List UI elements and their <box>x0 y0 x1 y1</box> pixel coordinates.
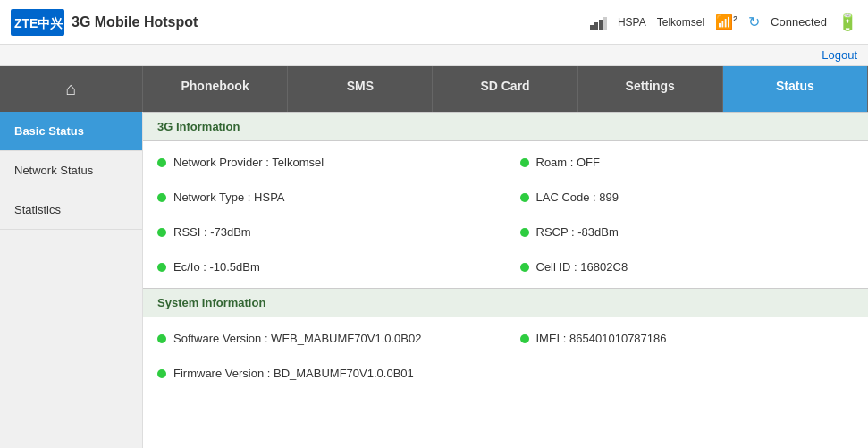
header-right: HSPA Telkomsel 📶2 ↻ Connected 🔋 <box>590 13 857 32</box>
nav-tabs: ⌂ Phonebook SMS SD Card Settings Status <box>0 66 868 112</box>
signal-area <box>590 15 607 30</box>
sidebar: Basic Status Network Status Statistics <box>0 112 143 448</box>
home-arrow-icon: ⌂ <box>65 79 76 99</box>
label-lac-code: LAC Code : 899 <box>536 190 619 204</box>
wifi-icon: 📶2 <box>715 13 737 30</box>
app-title: 3G Mobile Hotspot <box>72 14 198 30</box>
connected-status: Connected <box>771 15 827 29</box>
label-rscp: RSCP : -83dBm <box>536 225 619 239</box>
field-empty <box>506 356 869 391</box>
logo-svg: ZTE中兴 <box>11 9 64 36</box>
label-network-type: Network Type : HSPA <box>173 190 285 204</box>
bar3 <box>599 20 603 30</box>
label-roam: Roam : OFF <box>536 156 601 169</box>
bar1 <box>590 25 594 30</box>
dot-imei <box>520 334 529 343</box>
dot-cellid <box>520 263 529 272</box>
signal-bars <box>590 15 607 30</box>
bar2 <box>594 22 598 30</box>
field-rssi: RSSI : -73dBm <box>143 215 506 249</box>
logout-bar: Logout <box>0 45 868 66</box>
label-firmware-version: Firmware Version : BD_MABUMF70V1.0.0B01 <box>173 367 414 380</box>
field-imei: IMEI : 865401010787186 <box>506 321 869 356</box>
tab-settings[interactable]: Settings <box>578 66 723 112</box>
wifi-client-count: 2 <box>733 14 737 23</box>
field-firmware-version: Firmware Version : BD_MABUMF70V1.0.0B01 <box>143 356 506 391</box>
tab-sdcard[interactable]: SD Card <box>433 66 577 112</box>
label-network-provider: Network Provider : Telkomsel <box>173 156 324 169</box>
dot-rssi <box>157 228 166 237</box>
field-rscp: RSCP : -83dBm <box>506 215 869 249</box>
dot-network-type <box>157 193 166 202</box>
dot-firmware-version <box>157 369 166 378</box>
tab-status[interactable]: Status <box>723 66 868 112</box>
network-type: HSPA <box>618 16 646 29</box>
label-imei: IMEI : 865401010787186 <box>536 332 667 345</box>
field-cellid: Cell ID : 16802C8 <box>506 249 869 284</box>
logo-area: ZTE中兴 3G Mobile Hotspot <box>11 9 198 36</box>
field-network-provider: Network Provider : Telkomsel <box>143 145 506 180</box>
dot-ecio <box>157 263 166 272</box>
field-roam: Roam : OFF <box>506 145 869 180</box>
label-software-version: Software Version : WEB_MABUMF70V1.0.0B02 <box>173 332 421 345</box>
section-3g-header: 3G Information <box>143 112 868 141</box>
dot-lac-code <box>520 193 529 202</box>
dot-rscp <box>520 228 529 237</box>
sys-info-grid: Software Version : WEB_MABUMF70V1.0.0B02… <box>143 317 868 394</box>
dot-network-provider <box>157 158 166 167</box>
tab-home[interactable]: ⌂ <box>0 66 143 112</box>
battery-icon: 🔋 <box>838 13 857 32</box>
field-software-version: Software Version : WEB_MABUMF70V1.0.0B02 <box>143 321 506 356</box>
sidebar-item-statistics[interactable]: Statistics <box>0 190 142 230</box>
operator: Telkomsel <box>657 16 704 29</box>
sidebar-item-basic-status[interactable]: Basic Status <box>0 112 142 151</box>
logout-link[interactable]: Logout <box>822 48 857 62</box>
tab-phonebook[interactable]: Phonebook <box>143 66 288 112</box>
header: ZTE中兴 3G Mobile Hotspot HSPA Telkomsel 📶… <box>0 0 868 45</box>
svg-text:ZTE中兴: ZTE中兴 <box>14 16 63 30</box>
section-sys-header: System Information <box>143 288 868 317</box>
refresh-icon[interactable]: ↻ <box>748 13 760 30</box>
sidebar-item-network-status[interactable]: Network Status <box>0 151 142 190</box>
content-area: 3G Information Network Provider : Telkom… <box>143 112 868 448</box>
bar4 <box>603 17 607 30</box>
label-cellid: Cell ID : 16802C8 <box>536 260 628 274</box>
field-ecio: Ec/Io : -10.5dBm <box>143 249 506 284</box>
dot-roam <box>520 158 529 167</box>
tab-sms[interactable]: SMS <box>288 66 433 112</box>
label-ecio: Ec/Io : -10.5dBm <box>173 260 260 274</box>
dot-software-version <box>157 334 166 343</box>
3g-info-grid: Network Provider : Telkomsel Roam : OFF … <box>143 141 868 288</box>
field-network-type: Network Type : HSPA <box>143 180 506 215</box>
field-lac-code: LAC Code : 899 <box>506 180 869 215</box>
main-container: Basic Status Network Status Statistics 3… <box>0 112 868 448</box>
label-rssi: RSSI : -73dBm <box>173 225 251 239</box>
